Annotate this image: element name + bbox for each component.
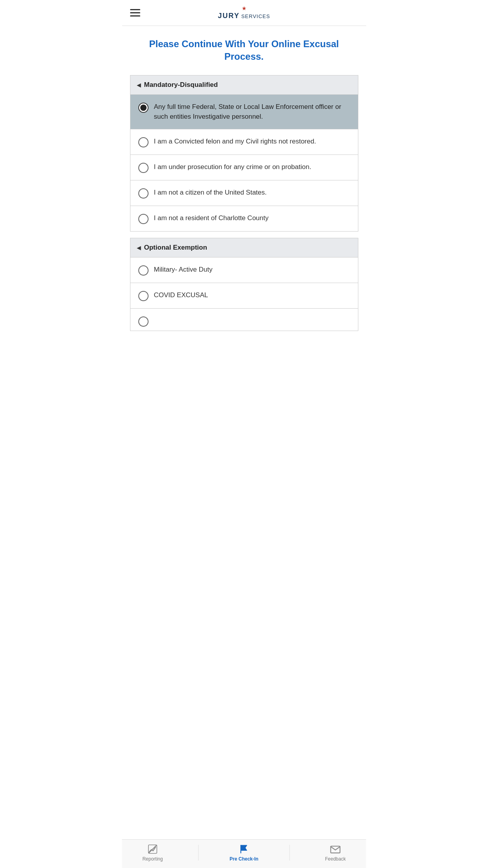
list-item[interactable]: Any full time Federal, State or Local La… <box>130 94 358 129</box>
section-collapse-icon-2: ◀ <box>137 245 141 251</box>
mandatory-disqualified-header[interactable]: ◀ Mandatory-Disqualified <box>130 75 358 94</box>
list-item[interactable]: I am under prosecution for any crime or … <box>130 154 358 180</box>
radio-button-prosecution[interactable] <box>138 163 149 173</box>
radio-text-convicted-felon: I am a Convicted felon and my Civil righ… <box>154 136 352 147</box>
app-header: ★ JURY SERVICES <box>122 0 366 26</box>
mandatory-disqualified-label: Mandatory-Disqualified <box>144 81 218 89</box>
radio-text-covid: COVID EXCUSAL <box>154 290 352 300</box>
main-content: Please Continue With Your Online Excusal… <box>122 26 366 370</box>
menu-button[interactable] <box>130 9 140 17</box>
radio-text-military: Military- Active Duty <box>154 265 352 275</box>
app-logo: ★ JURY SERVICES <box>218 6 270 20</box>
radio-button-law-enforcement[interactable] <box>138 103 149 113</box>
radio-text-prosecution: I am under prosecution for any crime or … <box>154 162 352 172</box>
radio-button-partial[interactable] <box>138 316 149 327</box>
list-item[interactable]: I am not a citizen of the United States. <box>130 180 358 206</box>
optional-exemption-header[interactable]: ◀ Optional Exemption <box>130 238 358 257</box>
list-item[interactable]: COVID EXCUSAL <box>130 283 358 308</box>
radio-button-not-resident[interactable] <box>138 214 149 224</box>
radio-text-not-resident: I am not a resident of Charlotte County <box>154 213 352 223</box>
radio-text-not-citizen: I am not a citizen of the United States. <box>154 188 352 198</box>
logo-services-text: SERVICES <box>240 13 270 19</box>
radio-button-military[interactable] <box>138 265 149 276</box>
radio-text-law-enforcement: Any full time Federal, State or Local La… <box>154 102 352 122</box>
radio-button-convicted-felon[interactable] <box>138 137 149 147</box>
logo-jury-text: JURY <box>218 12 240 20</box>
list-item[interactable]: I am a Convicted felon and my Civil righ… <box>130 129 358 154</box>
list-item[interactable] <box>130 308 358 331</box>
optional-exemption-section: ◀ Optional Exemption Military- Active Du… <box>130 238 358 331</box>
optional-exemption-label: Optional Exemption <box>144 244 207 252</box>
logo-star-icon: ★ <box>242 6 247 11</box>
mandatory-disqualified-section: ◀ Mandatory-Disqualified Any full time F… <box>130 75 358 232</box>
list-item[interactable]: I am not a resident of Charlotte County <box>130 206 358 231</box>
radio-button-covid[interactable] <box>138 291 149 301</box>
page-title: Please Continue With Your Online Excusal… <box>130 38 358 63</box>
list-item[interactable]: Military- Active Duty <box>130 257 358 283</box>
section-collapse-icon: ◀ <box>137 82 141 88</box>
radio-button-not-citizen[interactable] <box>138 188 149 199</box>
